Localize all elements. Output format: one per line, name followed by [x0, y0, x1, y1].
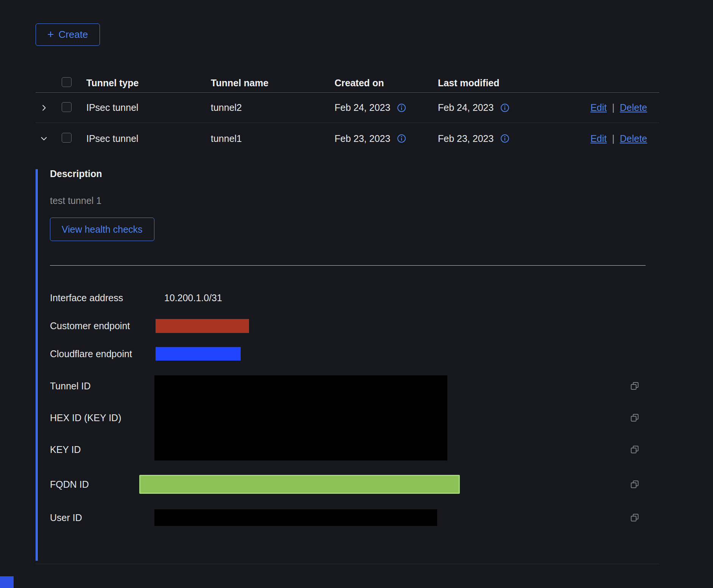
field-cloudflare-endpoint: Cloudflare endpoint — [50, 340, 659, 368]
tunnel-name-cell: tunnel2 — [211, 102, 335, 113]
plus-icon: + — [47, 29, 54, 40]
field-label: Cloudflare endpoint — [50, 348, 154, 359]
last-modified-cell: Feb 24, 2023 — [438, 102, 582, 113]
field-label: FQDN ID — [50, 479, 154, 490]
fqdn-id-redaction — [139, 475, 460, 494]
header-checkbox-cell — [52, 77, 86, 89]
row-checkbox-cell — [52, 133, 86, 144]
tunnel-name-cell: tunnel1 — [211, 133, 335, 144]
col-header-created-on: Created on — [335, 78, 438, 89]
create-button-label: Create — [59, 29, 88, 40]
col-header-tunnel-name: Tunnel name — [211, 78, 335, 89]
col-header-tunnel-type: Tunnel type — [86, 78, 211, 89]
tunnels-table: Tunnel type Tunnel name Created on Last … — [36, 73, 659, 564]
row-checkbox[interactable] — [62, 102, 72, 112]
id-copy-buttons — [630, 370, 640, 465]
created-on-value: Feb 23, 2023 — [335, 133, 390, 144]
tunnel-type-cell: IPsec tunnel — [86, 133, 211, 144]
col-header-last-modified: Last modified — [438, 78, 582, 89]
copy-icon — [630, 413, 640, 423]
delete-link[interactable]: Delete — [620, 102, 647, 113]
id-labels: Tunnel ID HEX ID (KEY ID) KEY ID — [50, 370, 154, 465]
field-label: Customer endpoint — [50, 320, 154, 331]
interface-address-value: 10.200.1.0/31 — [164, 292, 222, 303]
field-label: HEX ID (KEY ID) — [50, 402, 154, 434]
tunnel-type-cell: IPsec tunnel — [86, 102, 211, 113]
row-checkbox[interactable] — [62, 133, 72, 143]
actions-separator: | — [612, 102, 615, 113]
field-interface-address: Interface address 10.200.1.0/31 — [50, 284, 659, 312]
view-health-checks-button[interactable]: View health checks — [50, 218, 154, 241]
created-on-cell: Feb 24, 2023 — [335, 102, 438, 113]
copy-icon — [630, 479, 640, 489]
field-label: User ID — [50, 512, 154, 523]
copy-icon — [630, 445, 640, 454]
tunnel-fields: Interface address 10.200.1.0/31 Customer… — [50, 284, 659, 534]
field-label: KEY ID — [50, 434, 154, 465]
cloudflare-endpoint-redaction — [156, 347, 241, 361]
copy-icon — [630, 381, 640, 391]
info-icon[interactable] — [500, 134, 509, 143]
info-icon[interactable] — [397, 134, 406, 143]
created-on-value: Feb 24, 2023 — [335, 102, 390, 113]
delete-link[interactable]: Delete — [620, 133, 647, 144]
copy-fqdn-id-button[interactable] — [630, 479, 640, 489]
actions-separator: | — [612, 133, 615, 144]
tunnel-detail-panel: Description test tunnel 1 View health ch… — [36, 168, 659, 564]
row-actions: Edit | Delete — [582, 133, 647, 144]
description-value: test tunnel 1 — [50, 195, 659, 206]
row-actions: Edit | Delete — [582, 102, 647, 113]
customer-endpoint-redaction — [156, 319, 249, 333]
copy-tunnel-id-button[interactable] — [630, 370, 640, 402]
expand-row-button[interactable] — [36, 104, 52, 112]
table-row: IPsec tunnel tunnel1 Feb 23, 2023 Feb 23… — [36, 123, 659, 154]
created-on-cell: Feb 23, 2023 — [335, 133, 438, 144]
collapse-row-button[interactable] — [36, 134, 52, 143]
last-modified-value: Feb 23, 2023 — [438, 133, 493, 144]
copy-user-id-button[interactable] — [630, 513, 640, 523]
description-label: Description — [50, 168, 659, 179]
user-id-redaction — [154, 509, 437, 526]
edit-link[interactable]: Edit — [590, 133, 607, 144]
chevron-down-icon — [40, 134, 48, 143]
info-icon[interactable] — [397, 103, 406, 112]
field-label: Interface address — [50, 292, 154, 303]
copy-hex-id-button[interactable] — [630, 402, 640, 434]
tunnels-page: + Create Tunnel type Tunnel name Created… — [0, 0, 713, 588]
field-group-ids: Tunnel ID HEX ID (KEY ID) KEY ID — [50, 370, 659, 465]
row-checkbox-cell — [52, 102, 86, 114]
ids-redaction — [154, 375, 447, 460]
select-all-checkbox[interactable] — [62, 77, 72, 87]
field-fqdn-id: FQDN ID — [50, 468, 659, 501]
edit-link[interactable]: Edit — [590, 102, 607, 113]
chevron-right-icon — [40, 104, 48, 112]
section-divider — [50, 265, 646, 266]
field-user-id: User ID — [50, 501, 659, 534]
field-customer-endpoint: Customer endpoint — [50, 312, 659, 340]
last-modified-value: Feb 24, 2023 — [438, 102, 493, 113]
table-row: IPsec tunnel tunnel2 Feb 24, 2023 Feb 24… — [36, 93, 659, 123]
field-label: Tunnel ID — [50, 370, 154, 402]
page-content: + Create Tunnel type Tunnel name Created… — [36, 23, 659, 564]
copy-key-id-button[interactable] — [630, 434, 640, 465]
create-button[interactable]: + Create — [36, 23, 100, 46]
table-header-row: Tunnel type Tunnel name Created on Last … — [36, 73, 659, 93]
last-modified-cell: Feb 23, 2023 — [438, 133, 582, 144]
copy-icon — [630, 513, 640, 523]
bottom-left-accent — [0, 576, 14, 588]
info-icon[interactable] — [500, 103, 509, 112]
